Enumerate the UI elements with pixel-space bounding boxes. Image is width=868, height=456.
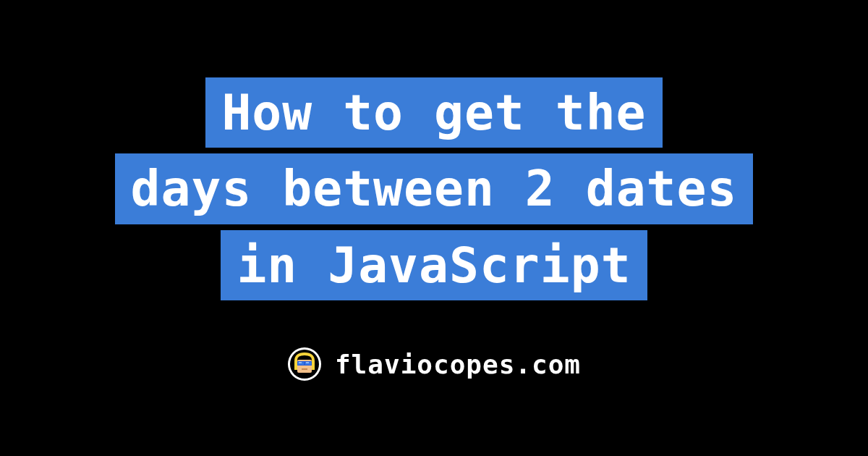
footer: flaviocopes.com	[287, 347, 581, 381]
article-title: How to get the days between 2 dates in J…	[115, 75, 754, 304]
title-line-1: How to get the	[205, 77, 662, 148]
svg-rect-8	[302, 368, 307, 370]
title-line-3: in JavaScript	[221, 230, 647, 301]
site-name: flaviocopes.com	[335, 350, 581, 379]
avatar-icon	[287, 347, 322, 381]
title-line-2: days between 2 dates	[115, 153, 754, 224]
svg-rect-7	[306, 362, 309, 363]
svg-rect-6	[299, 362, 302, 363]
